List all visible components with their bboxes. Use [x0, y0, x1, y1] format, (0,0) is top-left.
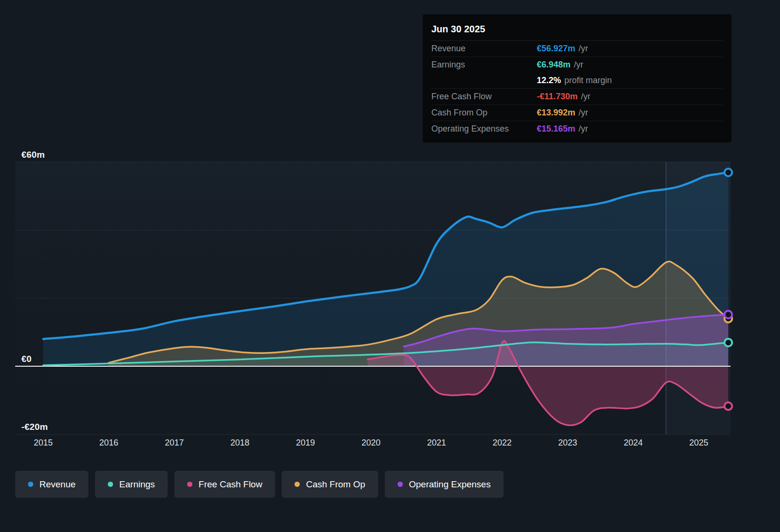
tooltip-row-suffix: profit margin	[564, 76, 612, 86]
tooltip-rows: Revenue€56.927m/yrEarnings€6.948m/yr12.2…	[431, 41, 723, 137]
cash-from-op-legend-dot-icon	[295, 482, 300, 487]
free-cash-flow-end-marker	[724, 402, 732, 410]
y-axis-label: €60m	[21, 150, 45, 160]
tooltip-row-label: Earnings	[431, 60, 537, 70]
free-cash-flow-legend-dot-icon	[187, 482, 192, 487]
x-axis-label: 2023	[558, 438, 577, 448]
x-axis-label: 2019	[296, 438, 315, 448]
tooltip-row-suffix: /yr	[581, 92, 590, 102]
earnings-legend-dot-icon	[108, 482, 113, 487]
legend-label: Revenue	[39, 479, 76, 490]
earnings-end-marker	[724, 339, 732, 346]
tooltip-row-value: €6.948m	[537, 60, 571, 70]
operating-expenses-end-marker	[724, 311, 732, 318]
x-axis-label: 2020	[361, 438, 380, 448]
x-axis-label: 2016	[99, 438, 118, 448]
operating-expenses-legend-dot-icon	[398, 482, 403, 487]
legend-item-revenue[interactable]: Revenue	[15, 471, 88, 498]
revenue-end-marker	[724, 169, 732, 176]
tooltip-row-value: €13.992m	[537, 108, 575, 118]
legend-label: Earnings	[119, 479, 155, 490]
tooltip-row-label: Cash From Op	[431, 108, 537, 118]
tooltip-row-cash-from-op: Cash From Op€13.992m/yr	[431, 104, 723, 121]
x-axis-label: 2017	[165, 438, 184, 448]
legend-label: Operating Expenses	[409, 479, 491, 490]
tooltip-row-earnings: Earnings€6.948m/yr	[431, 57, 723, 73]
tooltip-row-value: 12.2%	[537, 76, 561, 86]
tooltip-row-free-cash-flow: Free Cash Flow-€11.730m/yr	[431, 88, 723, 104]
revenue-legend-dot-icon	[28, 482, 33, 487]
tooltip-row-revenue: Revenue€56.927m/yr	[431, 41, 723, 57]
tooltip-row-label: Revenue	[431, 44, 537, 54]
x-axis-label: 2018	[230, 438, 249, 448]
y-axis-label: €0	[21, 354, 32, 364]
x-axis-label: 2025	[689, 438, 708, 448]
tooltip-row-suffix: /yr	[579, 124, 588, 134]
tooltip-row-suffix: /yr	[574, 60, 583, 70]
legend-item-earnings[interactable]: Earnings	[95, 471, 168, 498]
legend-item-free-cash-flow[interactable]: Free Cash Flow	[174, 471, 275, 498]
tooltip-row-value: €15.165m	[537, 124, 575, 134]
tooltip-row-suffix: /yr	[579, 108, 588, 118]
tooltip-row-suffix: /yr	[579, 44, 588, 54]
y-axis-label: -€20m	[21, 422, 48, 432]
legend-label: Free Cash Flow	[199, 479, 262, 490]
legend-item-cash-from-op[interactable]: Cash From Op	[282, 471, 378, 498]
x-axis-label: 2021	[427, 438, 446, 448]
tooltip-date: Jun 30 2025	[431, 21, 723, 41]
tooltip-row-value: €56.927m	[537, 44, 575, 54]
legend: RevenueEarningsFree Cash FlowCash From O…	[15, 471, 504, 498]
tooltip-row-value: -€11.730m	[537, 92, 578, 102]
tooltip-panel: Jun 30 2025 Revenue€56.927m/yrEarnings€6…	[423, 14, 732, 142]
tooltip-row-operating-expenses: Operating Expenses€15.165m/yr	[431, 121, 723, 137]
tooltip-row-label: Operating Expenses	[431, 124, 537, 134]
legend-item-operating-expenses[interactable]: Operating Expenses	[385, 471, 504, 498]
tooltip-row-label: Free Cash Flow	[431, 92, 537, 102]
x-axis-label: 2015	[34, 438, 53, 448]
x-axis-label: 2022	[493, 438, 512, 448]
tooltip-row-profit-margin: 12.2%profit margin	[431, 73, 723, 88]
x-axis-label: 2024	[624, 438, 643, 448]
legend-label: Cash From Op	[306, 479, 365, 490]
